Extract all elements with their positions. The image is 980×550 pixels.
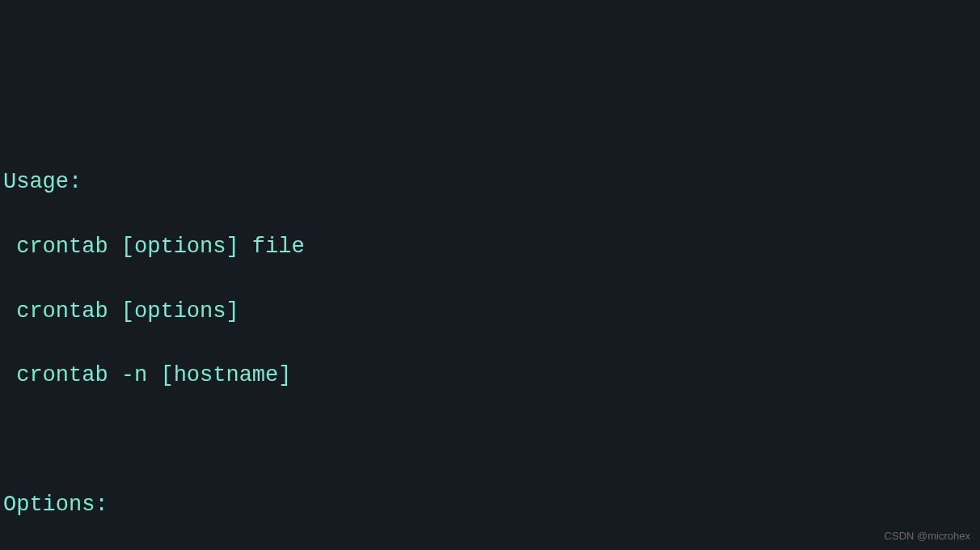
watermark: CSDN @microhex: [885, 528, 970, 544]
terminal-output: Usage: crontab [options] file crontab [o…: [3, 134, 977, 550]
usage-line: crontab -n [hostname]: [3, 360, 977, 392]
usage-header: Usage:: [3, 167, 977, 199]
usage-line: crontab [options]: [3, 296, 977, 328]
options-header: Options:: [3, 489, 977, 522]
blank-line: [3, 425, 977, 457]
usage-line: crontab [options] file: [3, 231, 977, 264]
